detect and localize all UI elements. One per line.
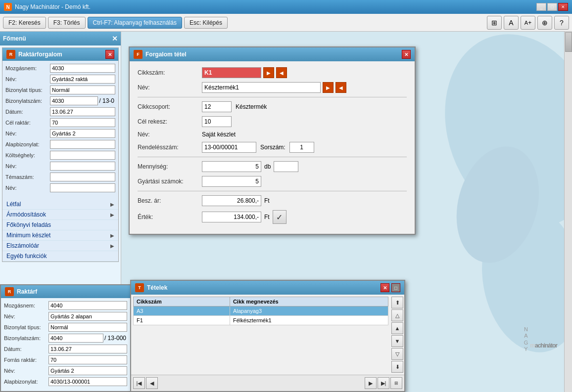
sorszam-label: Sorszám: [256, 144, 289, 151]
scroll-bottom-button[interactable]: ⬇ [391, 361, 403, 373]
minimize-button[interactable]: _ [536, 3, 546, 11]
table-row[interactable]: F1 Félkésztermék1 [134, 316, 388, 325]
sidebar-menu-elszamolo[interactable]: Elszámolóár ▶ [2, 241, 118, 251]
bottom-mozgasnem-input[interactable] [48, 301, 127, 310]
besz-ar-input[interactable] [202, 195, 261, 206]
nev-nav2-button[interactable]: ◀ [335, 82, 346, 93]
koltseg-input[interactable] [50, 151, 115, 160]
gyartasi-input[interactable] [202, 176, 261, 187]
maximize-button[interactable]: □ [547, 3, 557, 11]
mennyiseg-extra[interactable] [274, 161, 298, 172]
cikkcsoport-label: Cikkcsoport: [138, 103, 202, 110]
confirm-button[interactable]: ✓ [273, 210, 286, 224]
cikkszam-prev-button[interactable]: ◀ [276, 67, 287, 78]
close-button[interactable]: ✕ [558, 3, 568, 11]
rendelesszam-input[interactable] [202, 142, 256, 153]
temaszan-label: Témaszám: [5, 174, 50, 180]
bottom-bizonylat-tipus-input[interactable] [48, 323, 127, 332]
ertek-input[interactable] [202, 212, 261, 222]
scroll-down-button[interactable]: ▼ [391, 335, 403, 347]
bottom-forras-raktar-input[interactable] [48, 355, 127, 364]
raktarforgalom-top-close[interactable]: ✕ [105, 50, 114, 59]
bottom-row-bizonylat-tipus: Bizonylat típus: [4, 323, 127, 332]
tetelel-resize-button[interactable]: □ [391, 283, 400, 292]
letfal-label: Létfal [6, 201, 21, 208]
delete-button[interactable]: F3: Törlés [48, 17, 86, 29]
cikkcsoport-input[interactable] [202, 101, 232, 112]
nav-prev-button[interactable]: ◀ [146, 377, 158, 389]
separator3 [138, 191, 407, 191]
cel-rekesz-input[interactable] [202, 116, 232, 127]
forgalom-title-text: Forgalom tétel [145, 51, 187, 58]
table-row[interactable]: A3 Alapanyag3 [134, 306, 388, 316]
nev4-label: Név: [5, 185, 50, 191]
datum-input[interactable] [50, 107, 115, 116]
bottom-bizonylatszam-input[interactable] [48, 334, 103, 343]
tetelel-table: Cikkszám Cikk megnevezés A3 Alapanyag3 F… [133, 297, 388, 325]
sorszam-input[interactable] [289, 142, 314, 153]
sidebar-menu-minimum[interactable]: Minimum készlet ▶ [2, 230, 118, 241]
cel-raktar-input[interactable] [50, 118, 115, 127]
nev4-input[interactable] [50, 183, 115, 192]
temaszan-input[interactable] [50, 173, 115, 181]
scrollbar-thumb[interactable] [565, 32, 572, 52]
raktarforgalom-bottom-icon: R [5, 287, 14, 296]
nev2-label: Név: [5, 131, 50, 136]
nav-resize-button[interactable]: ⊞ [390, 377, 402, 389]
mennyiseg-input[interactable] [202, 161, 261, 172]
cel-nev-label: Név: [138, 131, 202, 138]
font-button[interactable]: A [504, 16, 519, 30]
sidebar-menu-fokonyvei[interactable]: Főkönyvi feladás [2, 220, 118, 230]
cikkszam-label: Cikkszám: [138, 69, 202, 76]
sidebar-menu: Létfal ▶ Ármódosítások ▶ Főkönyvi feladá… [2, 199, 118, 261]
nev-nav-button[interactable]: ▶ [323, 82, 334, 93]
sidebar-menu-armodositasok[interactable]: Ármódosítások ▶ [2, 210, 118, 220]
bottom-nev2-input[interactable] [48, 366, 127, 375]
mozgasnem-input[interactable] [50, 64, 115, 73]
main-scrollbar[interactable] [564, 32, 572, 392]
forgalom-close-button[interactable]: ✕ [402, 50, 411, 59]
bottom-alapbizonylat-input[interactable] [48, 377, 127, 386]
alapbizonylat-input[interactable] [50, 140, 115, 149]
nav-next-button[interactable]: ▶ [365, 377, 377, 389]
scroll-up-button[interactable]: ▲ [391, 322, 403, 334]
font-up-button[interactable]: A+ [521, 16, 535, 30]
forgalom-nev-input[interactable] [202, 82, 321, 93]
scroll-buttons: ⬆ △ ▲ ▼ ▽ ⬇ [390, 295, 404, 375]
scroll-down-fast-button[interactable]: ▽ [391, 348, 403, 360]
fomenu-close-button[interactable]: ✕ [112, 35, 118, 43]
nav-first-button[interactable]: |◀ [133, 377, 145, 389]
nev3-input[interactable] [50, 162, 115, 171]
nev3-label: Név: [5, 163, 50, 169]
add-button[interactable]: ⊕ [537, 16, 552, 30]
tetelel-title-bar: T Tételek ✕ □ [131, 281, 404, 295]
bottom-datum-input[interactable] [48, 345, 127, 353]
bottom-nev2-label: Név: [4, 368, 48, 374]
nav-last-button[interactable]: ▶| [378, 377, 389, 389]
forgalom-icon: F [134, 50, 143, 59]
fokonyvei-label: Főkönyvi feladás [6, 221, 51, 228]
bizonylatszam-input[interactable] [50, 96, 98, 105]
cikkszam-input[interactable] [202, 67, 261, 78]
sidebar-menu-egyeb[interactable]: Egyéb funkciók [2, 251, 118, 261]
tetelel-close-button[interactable]: ✕ [381, 283, 389, 292]
nev2-input[interactable] [50, 129, 115, 138]
search-button[interactable]: F2: Keresés [3, 17, 46, 29]
grid-icon-button[interactable]: ⊞ [487, 16, 502, 30]
help-button[interactable]: ? [554, 16, 569, 30]
row2-cikkszam: F1 [134, 316, 230, 325]
bottom-nev1-label: Név: [4, 313, 48, 319]
alapanyag-button[interactable]: Ctrl-F7: Alapanyag felhasználás [88, 17, 182, 29]
bottom-nev1-input[interactable] [48, 312, 127, 321]
forgalom-content: Cikkszám: ▶ ◀ Név: ▶ ◀ Cikkcsoport: [130, 61, 415, 234]
scroll-up-fast-button[interactable]: △ [391, 309, 403, 321]
fomenu-title-bar: Főmenü ✕ [0, 32, 121, 45]
nev1-input[interactable] [50, 75, 115, 84]
scroll-top-button[interactable]: ⬆ [391, 297, 403, 308]
cikkszam-next-button[interactable]: ▶ [263, 67, 274, 78]
bizonylat-tipus-input[interactable] [50, 86, 115, 94]
separator2 [138, 157, 407, 157]
separator1 [138, 97, 407, 97]
exit-button[interactable]: Esc: Kilépés [184, 17, 228, 29]
sidebar-menu-letfal[interactable]: Létfal ▶ [2, 199, 118, 210]
